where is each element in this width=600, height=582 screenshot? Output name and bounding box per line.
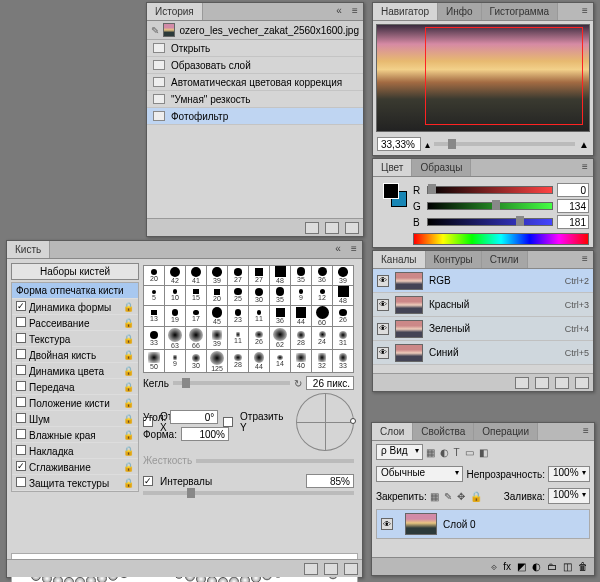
spacing-checkbox[interactable]	[143, 476, 153, 486]
size-input[interactable]	[306, 376, 354, 390]
smart-filter-icon[interactable]: ◧	[479, 447, 488, 458]
load-selection-icon[interactable]	[515, 377, 529, 389]
tab-paths[interactable]: Контуры	[426, 251, 482, 268]
lock-all-icon[interactable]: 🔒	[470, 491, 482, 502]
brush-preset[interactable]: 23	[228, 306, 248, 327]
brush-option[interactable]: Накладка🔒	[12, 443, 138, 459]
save-selection-icon[interactable]	[535, 377, 549, 389]
brush-preset[interactable]: 17	[186, 306, 206, 327]
lock-icon[interactable]: 🔒	[123, 414, 134, 424]
brush-preset[interactable]: 9	[165, 350, 185, 372]
visibility-icon[interactable]: 👁	[377, 299, 389, 311]
brush-preset[interactable]: 63	[165, 327, 185, 349]
trash-icon[interactable]: 🗑	[578, 561, 588, 572]
brush-preset[interactable]: 20	[207, 286, 227, 305]
lock-icon[interactable]: 🔒	[123, 334, 134, 344]
brush-option[interactable]: Рассеивание🔒	[12, 315, 138, 331]
angle-widget[interactable]	[296, 393, 354, 451]
tab-brush[interactable]: Кисть	[7, 241, 50, 258]
tab-actions[interactable]: Операции	[474, 423, 538, 440]
lock-icon[interactable]: 🔒	[123, 318, 134, 328]
size-slider[interactable]	[173, 381, 290, 385]
brush-preset[interactable]: 40	[291, 350, 311, 372]
r-slider[interactable]	[427, 186, 553, 194]
shape-filter-icon[interactable]: ▭	[465, 447, 474, 458]
tab-navigator[interactable]: Навигатор	[373, 3, 438, 20]
new-channel-icon[interactable]	[555, 377, 569, 389]
history-item[interactable]: Автоматическая цветовая коррекция	[147, 74, 363, 91]
lock-icon[interactable]: 🔒	[123, 382, 134, 392]
tab-history[interactable]: История	[147, 3, 203, 20]
layer-row[interactable]: 👁 Слой 0	[376, 509, 590, 539]
brush-preset[interactable]: 42	[165, 266, 185, 285]
option-checkbox[interactable]	[16, 429, 26, 439]
brush-preset[interactable]: 44	[249, 350, 269, 372]
brush-preset[interactable]: 36	[312, 266, 332, 285]
brush-preset[interactable]: 45	[207, 306, 227, 327]
brush-option[interactable]: Динамика цвета🔒	[12, 363, 138, 379]
menu-icon[interactable]: ≡	[577, 159, 593, 176]
brush-preset[interactable]: 11	[249, 306, 269, 327]
option-checkbox[interactable]	[16, 413, 26, 423]
fx-icon[interactable]: fx	[503, 561, 511, 572]
channel-row[interactable]: 👁СинийCtrl+5	[373, 341, 593, 365]
brush-preset[interactable]: 28	[291, 327, 311, 349]
option-checkbox[interactable]	[16, 381, 26, 391]
zoom-input[interactable]	[377, 137, 421, 151]
menu-icon[interactable]: ≡	[577, 251, 593, 268]
b-slider[interactable]	[427, 218, 553, 226]
r-input[interactable]	[557, 183, 589, 197]
visibility-icon[interactable]: 👁	[381, 518, 393, 530]
brush-preset[interactable]: 44	[291, 306, 311, 327]
new-layer-icon[interactable]: ◫	[563, 561, 572, 572]
tab-color[interactable]: Цвет	[373, 159, 412, 176]
option-checkbox[interactable]	[16, 397, 26, 407]
visibility-icon[interactable]: 👁	[377, 323, 389, 335]
b-input[interactable]	[557, 215, 589, 229]
brush-option[interactable]: Шум🔒	[12, 411, 138, 427]
brush-preset[interactable]: 25	[228, 286, 248, 305]
layer-kind-select[interactable]: ρ Вид	[376, 444, 423, 460]
foreground-swatch[interactable]	[383, 183, 399, 199]
trash-icon[interactable]	[575, 377, 589, 389]
brush-preset[interactable]: 10	[165, 286, 185, 305]
flip-icon[interactable]: ↻	[294, 378, 302, 389]
option-checkbox[interactable]	[16, 477, 26, 487]
history-item[interactable]: Фотофильтр	[147, 108, 363, 125]
new-doc-icon[interactable]	[325, 222, 339, 234]
brush-preset[interactable]: 33	[144, 327, 164, 349]
lock-icon[interactable]: 🔒	[123, 462, 134, 472]
brush-option[interactable]: Защита текстуры🔒	[12, 475, 138, 491]
g-input[interactable]	[557, 199, 589, 213]
brush-preset[interactable]: 20	[144, 266, 164, 285]
brush-preset[interactable]: 39	[207, 327, 227, 349]
menu-icon[interactable]: ≡	[577, 3, 593, 20]
channel-row[interactable]: 👁ЗеленыйCtrl+4	[373, 317, 593, 341]
history-item[interactable]: Открыть	[147, 40, 363, 57]
lock-pixels-icon[interactable]: ✎	[444, 491, 452, 502]
lock-icon[interactable]: 🔒	[123, 350, 134, 360]
brush-preset[interactable]: 31	[333, 327, 353, 349]
lock-icon[interactable]: 🔒	[123, 398, 134, 408]
lock-icon[interactable]: 🔒	[123, 366, 134, 376]
option-checkbox[interactable]	[16, 333, 26, 343]
option-checkbox[interactable]	[16, 301, 26, 311]
brush-option[interactable]: Влажные края🔒	[12, 427, 138, 443]
option-checkbox[interactable]	[16, 317, 26, 327]
option-checkbox[interactable]	[16, 349, 26, 359]
lock-icon[interactable]: 🔒	[123, 302, 134, 312]
brush-preset[interactable]: 27	[249, 266, 269, 285]
visibility-icon[interactable]: 👁	[377, 347, 389, 359]
filter-icons[interactable]: ▦◐T▭◧	[426, 447, 488, 458]
lock-pos-icon[interactable]: ✥	[457, 491, 465, 502]
brush-preset[interactable]: 13	[144, 306, 164, 327]
option-checkbox[interactable]	[16, 445, 26, 455]
brush-preset[interactable]: 28	[228, 350, 248, 372]
brush-tip-shape[interactable]: Форма отпечатка кисти	[12, 283, 138, 299]
history-item[interactable]: Образовать слой	[147, 57, 363, 74]
brush-preset[interactable]: 62	[270, 327, 290, 349]
lock-icon[interactable]: 🔒	[123, 478, 134, 488]
spectrum-ramp[interactable]	[413, 233, 589, 245]
brush-preset[interactable]: 14	[270, 350, 290, 372]
flipy-checkbox[interactable]	[223, 417, 233, 427]
